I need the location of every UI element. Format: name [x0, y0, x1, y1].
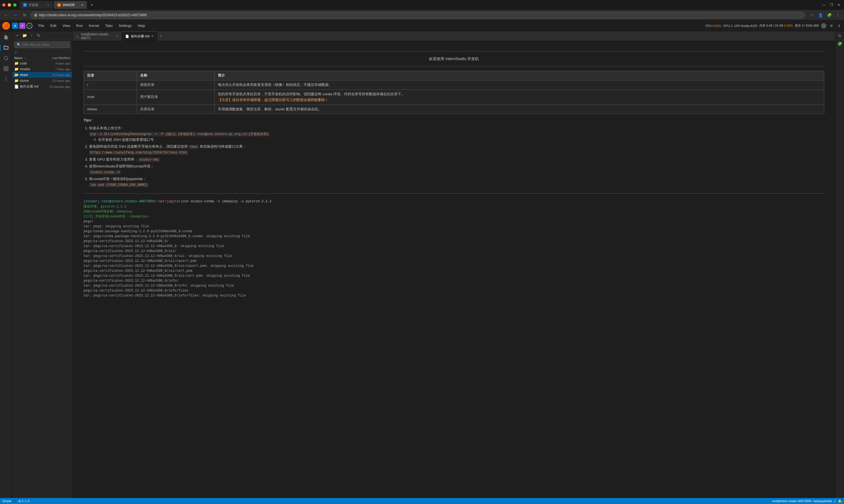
info-icon[interactable]: ℹ [836, 23, 842, 29]
file-item-models[interactable]: 📁 models 7 days ago [12, 66, 72, 72]
menu-view[interactable]: View [59, 23, 73, 28]
right-icon-gear[interactable]: ⚙ [837, 32, 843, 39]
sidebar-upload-btn[interactable]: ↑ [29, 32, 35, 38]
nav-extensions[interactable]: 🧩 [825, 11, 833, 19]
nav-forward-btn[interactable]: → [12, 11, 19, 19]
tip-1: 快速从本地上传文件： scp -o StrictHostKeyChecking=… [89, 125, 824, 143]
sidebar-new-folder-btn[interactable]: 📁 [21, 32, 28, 38]
editor-area: >_ root@intern-studio-40073 ✕ 📄 操作步骤.md … [72, 31, 835, 498]
activity-search[interactable] [1, 53, 11, 63]
sidebar-new-file-btn[interactable]: + [14, 32, 20, 38]
term-line-7: pkgs/ca-certificates-2023.12.12-h06a4308… [84, 249, 824, 254]
win-max-dot[interactable] [13, 3, 16, 6]
menu-help[interactable]: Help [135, 23, 148, 28]
editor-tab-terminal[interactable]: >_ root@intern-studio-40073 ✕ [72, 31, 122, 41]
svg-line-1 [7, 59, 8, 60]
activity-extensions[interactable] [1, 64, 11, 74]
tip-5: 将conda环境一键添加到jupyterlab： lab add {YOUR_C… [89, 176, 824, 188]
browser-nav-bar: ← → ↻ 🔒 https://studio.intern-ai.org.cn/… [0, 10, 844, 20]
status-bell-icon[interactable]: 🔔 [838, 499, 842, 503]
status-line-num[interactable]: 1 [834, 499, 836, 503]
nav-menu[interactable]: ⋮ [834, 11, 842, 19]
win-min-dot[interactable] [8, 3, 11, 6]
activity-explorer[interactable] [1, 43, 11, 53]
file-item-md[interactable]: 📄 操作步骤.md 22 minutes ago [12, 84, 72, 90]
settings-icon[interactable]: ⚙ [829, 23, 834, 29]
search-bar[interactable]: 🔍 [14, 41, 70, 48]
svg-point-0 [4, 56, 7, 59]
svg-rect-4 [6, 69, 8, 71]
menu-edit[interactable]: Edit [48, 23, 59, 28]
activity-more[interactable] [1, 74, 11, 84]
table-header-2: 简介 [214, 71, 824, 80]
folder-icon-models: 📁 [14, 67, 19, 71]
menu-tabs[interactable]: Tabs [102, 23, 115, 28]
table-cell: 用户家目录 [137, 89, 214, 105]
browser-tab-dev[interactable]: 开 开发机 ✕ [20, 1, 53, 9]
editor-content[interactable]: 欢迎使用 InternStudio 开发机 目录 名称 简介 / [72, 41, 835, 498]
search-input[interactable] [22, 43, 68, 47]
file-item-xtuner[interactable]: 📁 xtuner 21 hours ago [12, 78, 72, 84]
prompt-path: /opt/jupyterlab [157, 200, 186, 203]
browser-minimize[interactable]: — [821, 3, 827, 7]
content-table: 目录 名称 简介 / 系统目录 每次停止开发机会将其恢复至系统（镜像）初始状态，… [84, 71, 824, 114]
file-icon-md: 📄 [14, 85, 19, 89]
nav-back-btn[interactable]: ← [2, 11, 10, 19]
right-icon-puzzle[interactable]: 🧩 [837, 41, 843, 47]
table-cell: 每次停止开发机会将其恢复至系统（镜像）初始状态，不建议存储数据。 [214, 80, 824, 90]
browser-maximize[interactable]: ❐ [828, 3, 835, 7]
file-modified-md: 22 minutes ago [40, 85, 70, 88]
right-panel: ⚙ 🧩 [835, 31, 844, 498]
status-simple[interactable]: Simple ○ [2, 499, 16, 503]
nav-profiles[interactable]: 👤 [816, 11, 824, 19]
sidebar-refresh-btn[interactable]: ↻ [36, 32, 42, 38]
browser-tab-webide[interactable]: W WebIDE ✕ [54, 1, 87, 9]
menu-file[interactable]: File [36, 23, 47, 28]
workspace: + 📁 ↑ ↻ 🔍 / Name ↑ [0, 31, 844, 498]
app-container: 🔴 ◈ ✦ ◎ File Edit View Run Kernel Tabs S… [0, 20, 844, 504]
file-item-share[interactable]: 📂 share 11 hours ago [12, 72, 72, 78]
col-modified-header[interactable]: Last Modified [40, 56, 70, 59]
status-left: Simple ○ ⊗ 3 ⚠ 0 [2, 499, 29, 503]
folder-icon-code: 📁 [14, 61, 19, 65]
md-tab-close[interactable]: ✕ [151, 35, 154, 38]
browser-tab-dev-label: 开发机 [29, 3, 38, 7]
browser-tab-webide-close[interactable]: ✕ [81, 3, 84, 7]
activity-files[interactable] [1, 32, 11, 42]
tip-2: 避免因终端关闭或 SSH 连接断开导致任务终止，强烈建议使用 tmux 将实验进… [89, 144, 824, 155]
editor-tab-md[interactable]: 📄 操作步骤.md ✕ [122, 31, 157, 41]
menu-kernel[interactable]: Kernel [86, 23, 102, 28]
browser-chrome: 开 开发机 ✕ W WebIDE ✕ + — ❐ ✕ ← → ↻ 🔒 https… [0, 0, 844, 20]
app-logo-main: 🔴 [2, 22, 10, 30]
folder-icon-xtuner: 📁 [14, 78, 19, 83]
table-row: / 系统目录 每次停止开发机会将其恢复至系统（镜像）初始状态，不建议存储数据。 [84, 80, 824, 90]
terminal-tab-close[interactable]: ✕ [116, 34, 118, 38]
status-toggle[interactable]: ○ [12, 500, 16, 503]
browser-tab-dev-close[interactable]: ✕ [47, 3, 49, 7]
term-line-8: tar: pkgs/ca-certificates-2023.12.12-h06… [84, 254, 824, 258]
file-name-md: 操作步骤.md [20, 84, 39, 89]
menu-bar: File Edit View Run Kernel Tabs Settings … [36, 23, 148, 28]
status-errors[interactable]: ⊗ 3 ⚠ 0 [18, 499, 29, 503]
file-name-share: share [20, 73, 39, 77]
status-path[interactable]: root@intern-studio-40073899: /opt/jupyte… [772, 499, 832, 503]
sidebar-toolbar: + 📁 ↑ ↻ [12, 31, 72, 40]
browser-close[interactable]: ✕ [836, 3, 842, 7]
svg-rect-2 [4, 67, 5, 68]
file-modified-models: 7 days ago [40, 68, 70, 71]
editor-tab-add-btn[interactable]: + [157, 31, 165, 41]
menu-settings[interactable]: Settings [116, 23, 134, 28]
nav-refresh-btn[interactable]: ↻ [21, 11, 29, 19]
sidebar: + 📁 ↑ ↻ 🔍 / Name ↑ [12, 31, 72, 498]
address-bar[interactable]: 🔒 https://studio.intern-ai.org.cn/consol… [30, 12, 805, 19]
divider-top [84, 51, 824, 51]
term-line-5: pkgs/ca-certificates-2023.12.12-h06a4308… [84, 239, 824, 244]
col-name-header[interactable]: Name ↑ [14, 56, 40, 59]
file-item-code[interactable]: 📁 code 4 days ago [12, 60, 72, 66]
user-icon[interactable]: ↑ [821, 23, 826, 29]
tips-label: Tips: [84, 117, 824, 123]
menu-run[interactable]: Run [73, 23, 85, 28]
nav-bookmark[interactable]: ☆ [808, 11, 815, 19]
win-close-dot[interactable] [2, 3, 5, 6]
browser-new-tab-btn[interactable]: + [88, 1, 96, 9]
